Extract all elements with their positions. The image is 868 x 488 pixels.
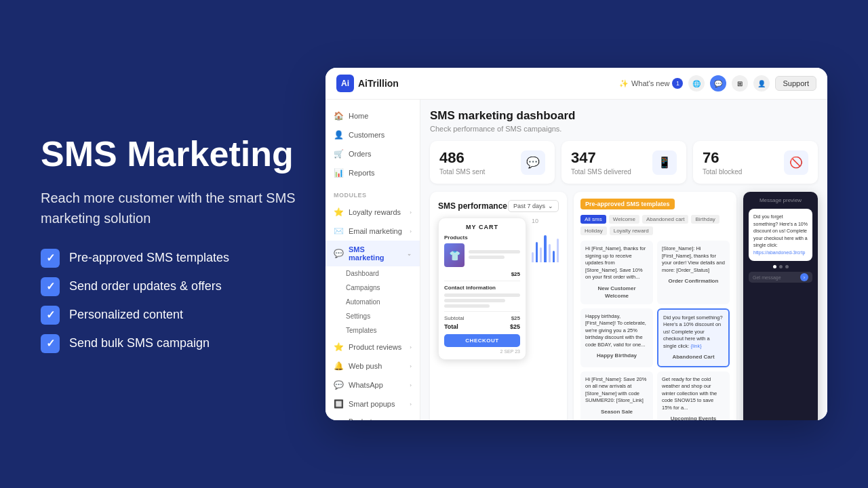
dot-2 [779,265,783,268]
stat-sms-sent: 486 Total SMS sent 💬 [430,141,555,184]
language-selector[interactable]: 🌐 [688,75,705,92]
chevron-icon: › [410,401,412,407]
filter-loyalty[interactable]: Loyalty reward [610,226,653,235]
main-subtitle: Reach more customer with the smart SMS m… [41,188,326,228]
preview-send-icon[interactable]: › [800,273,808,281]
template-badge: Pre-approved SMS templates [580,199,675,209]
sms-delivered-icon: 📱 [652,150,677,175]
submenu-settings[interactable]: Settings [326,309,420,323]
reviews-icon: ⭐ [334,342,343,352]
bar-1 [532,252,534,262]
submenu-campaigns[interactable]: Campaigns [326,281,420,295]
sidebar: 🏠 Home 👤 Customers 🛒 Orders 📊 Reports MO… [326,100,420,420]
sidebar-item-home[interactable]: 🏠 Home [326,106,420,125]
cart-title: MY CART [444,224,520,230]
page-subtitle: Check performance of SMS campaigns. [430,125,818,133]
stats-row: 486 Total SMS sent 💬 347 Total SMS deliv… [430,141,818,184]
grid-icon[interactable]: ⊞ [732,75,748,92]
template-welcome: Hi [First_Name], thanks for signing up t… [580,241,653,304]
modules-label: MODULES [326,188,420,203]
bar-2 [536,242,538,262]
sidebar-item-customers[interactable]: 👤 Customers [326,125,420,144]
checkout-button[interactable]: CHECKOUT [444,334,520,347]
chevron-icon: › [410,209,412,216]
input-line-2 [444,299,505,302]
sms-sent-number: 486 [439,149,485,167]
submenu-automation[interactable]: Automation [326,295,420,309]
whats-new-button[interactable]: ✨ What's new 1 [619,78,684,89]
stat-sms-blocked: 76 Total blocked 🚫 [693,141,818,184]
main-area: 🏠 Home 👤 Customers 🛒 Orders 📊 Reports MO… [326,100,827,420]
sms-blocked-icon: 🚫 [784,150,808,175]
dropdown-arrow-icon: ⌄ [548,203,553,209]
left-panel: SMS Marketing Reach more customer with t… [41,135,326,352]
sidebar-item-reports[interactable]: 📊 Reports [326,163,420,182]
filter-all[interactable]: All sms [580,215,606,224]
products-label: Products [444,235,520,241]
date-label: 2 SEP 23 [444,349,520,354]
submenu-dashboard[interactable]: Dashboard [326,266,420,281]
sidebar-item-whatsapp[interactable]: 💬 WhatsApp › [326,375,420,394]
topbar-right: ✨ What's new 1 🌐 💬 ⊞ 👤 Support [619,75,816,92]
sidebar-item-product-reviews[interactable]: ⭐ Product reviews › [326,338,420,357]
preview-label: Message preview [749,197,812,203]
filter-abandoned[interactable]: Abandoned cart [642,215,689,224]
support-button[interactable]: Support [775,76,816,91]
filter-birthday[interactable]: Birthday [691,215,719,224]
filter-welcome[interactable]: Welcome [609,215,639,224]
contact-label: Contact information [444,285,520,291]
chevron-down-icon: ⌄ [407,251,412,257]
dot-3 [785,265,789,268]
template-birthday: Happy birthday, [First_Name]! To celebra… [580,308,653,367]
preview-message: Did you forget something? Here's a 10% d… [749,209,812,261]
chevron-icon: › [410,344,412,350]
check-icon [41,306,60,325]
template-season: Hi [First_Name]: Save 20% on all new arr… [580,371,653,420]
chevron-icon: › [410,382,412,388]
sidebar-item-product-rec[interactable]: 📦 Product recommen... › [326,413,420,420]
sep-line [444,311,520,312]
check-icon [41,249,60,268]
feature-item: Personalized content [41,306,326,325]
avatar[interactable]: 👤 [753,75,770,92]
web-push-icon: 🔔 [334,361,343,371]
bar-4 [544,235,546,262]
sidebar-item-sms[interactable]: 💬 SMS marketing ⌄ [326,241,420,266]
notification-icon[interactable]: 💬 [710,75,726,92]
filter-holiday[interactable]: Holiday [580,226,607,235]
preview-link: https://abandoned-3rcrtp [753,250,805,255]
topbar: Ai AiTrillion ✨ What's new 1 🌐 💬 ⊞ 👤 Sup… [326,68,827,100]
preview-input[interactable]: Get message › [749,272,812,283]
stat-sms-delivered: 347 Total SMS delivered 📱 [561,141,686,184]
chevron-icon: › [410,363,412,369]
template-grid: Hi [First_Name], thanks for signing up t… [580,241,730,420]
logo: Ai AiTrillion [336,75,399,92]
home-icon: 🏠 [334,111,343,121]
sms-delivered-label: Total SMS delivered [571,168,631,176]
sidebar-item-loyalty[interactable]: ⭐ Loyalty rewards › [326,203,420,222]
sidebar-item-web-push[interactable]: 🔔 Web push › [326,357,420,375]
sms-blocked-number: 76 [703,149,742,167]
logo-icon: Ai [336,75,354,92]
date-filter[interactable]: Past 7 days ⌄ [508,200,559,212]
performance-title: SMS performance [438,201,507,211]
bar-5 [549,244,551,263]
sms-sent-label: Total SMS sent [439,168,485,176]
notification-badge: 1 [672,78,683,89]
sidebar-item-orders[interactable]: 🛒 Orders [326,144,420,163]
subtotal-row: Subtotal $25 [444,315,520,321]
popups-icon: 🔲 [334,399,343,409]
sidebar-item-email[interactable]: ✉️ Email marketing › [326,222,420,241]
sms-performance-card: SMS performance Past 7 days ⌄ MY CART Pr… [430,192,567,420]
feature-item: Pre-approved SMS templates [41,249,326,268]
input-line-1 [444,293,520,297]
preview-input-text: Get message [753,275,781,280]
loyalty-icon: ⭐ [334,207,343,217]
bar-3 [540,247,542,263]
sms-blocked-label: Total blocked [703,168,742,176]
preview-dots [749,265,812,268]
sidebar-item-smart-popups[interactable]: 🔲 Smart popups › [326,394,420,413]
chart-label: 10 [532,218,559,224]
content-area: SMS marketing dashboard Check performanc… [420,100,827,420]
submenu-templates[interactable]: Templates [326,323,420,338]
